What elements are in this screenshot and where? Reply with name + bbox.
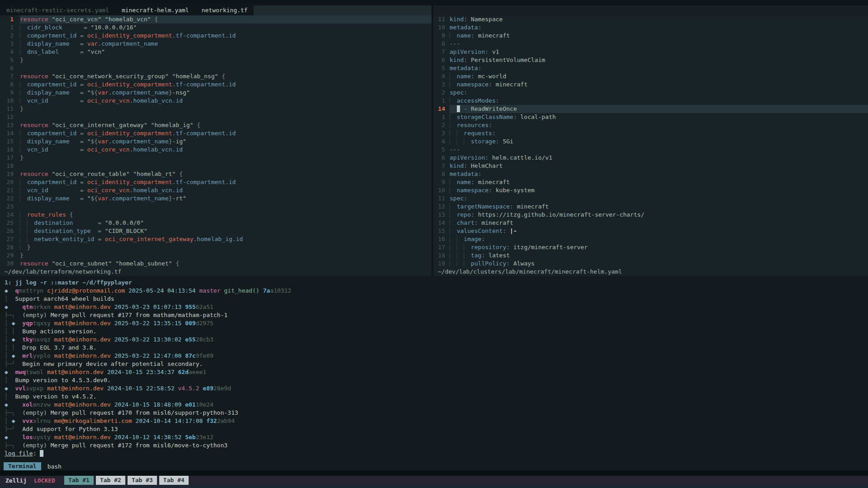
code-line: 17} <box>0 154 432 162</box>
line-number: 1 <box>433 97 445 105</box>
code-line: 5--- <box>433 146 868 154</box>
log-line: │ ◆ tkynxvqz matt@einhorn.dev 2025-03-22… <box>5 336 868 344</box>
line-number: 11 <box>433 15 445 24</box>
log-line: │ │ Bump actions version. <box>5 327 868 336</box>
line-number: 26 <box>0 227 14 235</box>
code-line: 18▏ ▏ ▏ tag: latest <box>433 251 868 260</box>
code-line: 28▏ } <box>0 243 432 251</box>
code-line: 4▏ name: mc-world <box>433 72 868 81</box>
line-number: 5 <box>0 56 14 64</box>
code-line: 3▏ ▏ requests: <box>433 129 868 137</box>
log-line: │ Bump version to v4.5.2. <box>5 393 868 401</box>
code-line: 17▏ ▏ ▏ repository: itzg/minecraft-serve… <box>433 243 868 251</box>
editor-tab[interactable]: minecraft-restic-secrets.yaml <box>0 5 115 15</box>
yaml-editor-pane[interactable]: 11kind: Namespace10metadata:9▏ name: min… <box>433 5 868 276</box>
line-number: 14 <box>0 129 14 137</box>
log-line: │ ◆ mrlyvplo matt@einhorn.dev 2025-03-22… <box>5 352 868 360</box>
editor-tab[interactable]: minecraft-helm.yaml <box>115 5 195 15</box>
zellij-tab[interactable]: Tab #1 <box>64 476 94 485</box>
code-line: 8metadata: <box>433 170 868 178</box>
line-number: 7 <box>433 48 445 56</box>
line-number: 6 <box>0 64 14 72</box>
line-number: 3 <box>433 129 445 137</box>
line-number: 15 <box>0 137 14 146</box>
line-number: 2 <box>0 32 14 40</box>
code-line: 15▏ display_name = "${var.compartment_na… <box>0 137 432 146</box>
line-number: 12 <box>433 203 445 211</box>
line-number: 15 <box>433 227 445 235</box>
code-line: 14▏ - ReadWriteOnce <box>433 105 868 113</box>
pane-name-bar: Terminal bash <box>0 462 868 470</box>
code-line: 3▏ display_name = var.compartment_name <box>0 40 432 48</box>
code-line: 22▏ display_name = "${var.compartment_na… <box>0 194 432 203</box>
line-number: 29 <box>0 251 14 260</box>
log-line: ◆ vvlsvpxp matt@einhorn.dev 2024-10-15 2… <box>5 384 868 393</box>
line-number: 6 <box>433 154 445 162</box>
code-line: 19resource "oci_core_route_table" "homel… <box>0 170 432 178</box>
line-number: 8 <box>433 40 445 48</box>
code-line: 1▏ storageClassName: local-path <box>433 113 868 121</box>
code-line: 11spec: <box>433 194 868 203</box>
code-line: 1▏ accessModes: <box>433 97 868 105</box>
zellij-status-bar: Zellij LOCKED Tab #1Tab #2Tab #3Tab #4 <box>0 476 868 485</box>
code-line: 1resource "oci_core_vcn" "homelab_vcn" { <box>0 15 432 24</box>
line-number: 4 <box>0 48 14 56</box>
line-number: 25 <box>0 219 14 227</box>
line-number: 21 <box>0 186 14 194</box>
code-line: 1▏ cidr_block = "10.0.0.0/16" <box>0 24 432 32</box>
log-line: ├─╮ (empty) Merge pull request #172 from… <box>5 441 868 450</box>
code-line: 6 <box>0 64 432 72</box>
line-number: 5 <box>433 146 445 154</box>
pane-name-chip[interactable]: Terminal <box>4 462 41 470</box>
log-line: │ ◆ vvxxlrnu me@mirkogalimberti.com 2024… <box>5 417 868 425</box>
line-number: 17 <box>433 243 445 251</box>
yaml-code-area[interactable]: 11kind: Namespace10metadata:9▏ name: min… <box>433 15 868 268</box>
code-line: 29} <box>0 251 432 260</box>
zellij-tab[interactable]: Tab #4 <box>159 476 189 485</box>
shell-name: bash <box>47 463 62 470</box>
terminal-cursor <box>40 450 43 457</box>
line-number: 1 <box>433 113 445 121</box>
zellij-mode-indicator: LOCKED <box>34 477 55 484</box>
line-number: 19 <box>0 170 14 178</box>
shell-prompt[interactable]: log file: <box>5 450 868 458</box>
code-line: 2▏ resources: <box>433 121 868 129</box>
code-line: 26▏ ▏ destination_type = "CIDR_BLOCK" <box>0 227 432 235</box>
log-line: │ Bump version to 4.5.3.dev0. <box>5 376 868 384</box>
code-line: 9▏ name: minecraft <box>433 32 868 40</box>
code-line: 19▏ ▏ ▏ pullPolicy: Always <box>433 260 868 268</box>
line-number: 1 <box>0 24 14 32</box>
zellij-tab[interactable]: Tab #2 <box>96 476 125 485</box>
terraform-code-area[interactable]: 1resource "oci_core_vcn" "homelab_vcn" {… <box>0 15 432 268</box>
log-line: ◆ xolmnzvw matt@einhorn.dev 2024-10-15 1… <box>5 401 868 409</box>
line-number: 17 <box>0 154 14 162</box>
line-number: 5 <box>433 64 445 72</box>
tabbar-filler <box>254 5 432 15</box>
line-number: 12 <box>0 113 14 121</box>
code-line: 12▏ targetNamespace: minecraft <box>433 203 868 211</box>
code-line: 13▏ repo: https://itzg.github.io/minecra… <box>433 211 868 219</box>
terminal-pane[interactable]: 1: jj log -r ::master ~/d/ffpyplayer ◆ q… <box>0 276 868 462</box>
right-pane-top-spacer <box>433 5 868 15</box>
line-number: 23 <box>0 203 14 211</box>
editor-tab[interactable]: networking.tf <box>195 5 254 15</box>
line-number: 9 <box>433 178 445 186</box>
code-line: 12 <box>0 113 432 121</box>
code-line: 30resource "oci_core_subnet" "homelab_su… <box>0 260 432 268</box>
line-number: 11 <box>0 105 14 113</box>
line-number: 14 <box>433 219 445 227</box>
terminal-title: 1: jj log -r ::master ~/d/ffpyplayer <box>5 279 868 287</box>
code-line: 13resource "oci_core_internet_gateway" "… <box>0 121 432 129</box>
line-number: 7 <box>0 72 14 81</box>
log-line: ◆ qmxttryn cjriddz@protonmail.com 2025-0… <box>5 287 868 295</box>
line-number: 24 <box>0 211 14 219</box>
jj-log-output: ◆ qmxttryn cjriddz@protonmail.com 2025-0… <box>5 287 868 450</box>
line-number: 10 <box>0 97 14 105</box>
log-line: ◆ qtnorkxn matt@einhorn.dev 2025-03-23 0… <box>5 303 868 311</box>
line-number: 28 <box>0 243 14 251</box>
code-line: 10▏ namespace: kube-system <box>433 186 868 194</box>
zellij-tab[interactable]: Tab #3 <box>128 476 157 485</box>
code-line: 10▏ vcn_id = oci_core_vcn.homelab_vcn.id <box>0 97 432 105</box>
line-number: 2 <box>433 89 445 97</box>
terraform-editor-pane[interactable]: minecraft-restic-secrets.yamlminecraft-h… <box>0 5 432 276</box>
